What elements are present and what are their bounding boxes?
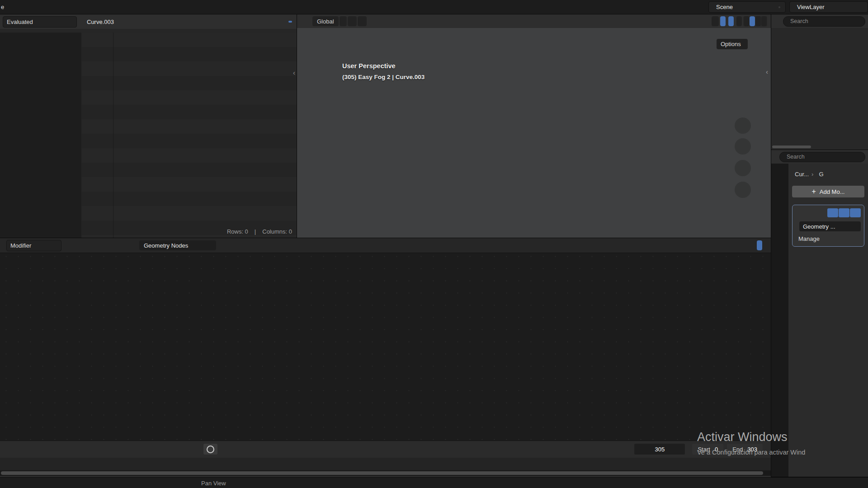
viewport-header: Global — [297, 14, 771, 28]
add-modifier-button[interactable]: +Add Mo... — [792, 186, 864, 197]
timeline-scrollbar[interactable] — [0, 470, 771, 476]
menu-file-partial[interactable]: e — [0, 0, 5, 14]
panel-collapse-arrow[interactable]: ‹ — [293, 69, 295, 76]
frame-end-field[interactable]: End303 — [727, 444, 763, 455]
snap-pivot-dropdown[interactable] — [340, 16, 347, 26]
node-tree-name[interactable]: Geometry Nodes — [139, 240, 216, 250]
current-frame-field[interactable]: 305 — [634, 444, 685, 455]
node-mode-dropdown[interactable]: Modifier — [6, 240, 61, 251]
viewlayer-name: ViewLayer — [797, 4, 865, 10]
gizmos-toggle[interactable] — [720, 16, 726, 26]
orientation-dropdown[interactable]: Global — [312, 16, 339, 26]
frame-start-field[interactable]: Start0 — [692, 444, 723, 455]
outliner — [771, 14, 868, 150]
shading-solid[interactable] — [750, 16, 755, 26]
proportional-edit-dropdown[interactable] — [358, 16, 367, 26]
overlays-toggle[interactable] — [728, 16, 734, 26]
modifier-nodetree-name[interactable]: Geometry ... — [799, 221, 861, 231]
timeline-header: 305 Start0 End303 — [0, 441, 771, 457]
shading-wireframe[interactable] — [744, 16, 749, 26]
toggle-render-display[interactable] — [850, 208, 861, 217]
xray-toggle[interactable] — [736, 16, 742, 26]
viewport-overlay-text: User Perspective (305) Easy Fog 2 | Curv… — [342, 62, 425, 80]
properties-editor: Cur... › G +Add Mo... — [771, 150, 868, 477]
properties-breadcrumb: Cur... › G — [792, 171, 864, 178]
snapping-dropdown[interactable] — [348, 16, 357, 26]
timeline-editor: 305 Start0 End303 — [0, 441, 771, 477]
outliner-header — [771, 14, 868, 28]
camera-view-button[interactable] — [735, 160, 751, 176]
scene-name: Scene — [716, 4, 774, 10]
spreadsheet-header: Evaluated Curve.003 — [0, 14, 297, 29]
topbar-right: Scene ViewLayer — [708, 1, 868, 13]
status-hint: Pan View — [201, 480, 226, 487]
spreadsheet-domain-list — [0, 33, 81, 238]
geometry-node-editor: Modifier Geometry Nodes — [0, 238, 771, 441]
topbar: e Scene ViewLayer — [0, 0, 868, 14]
zoom-button[interactable] — [735, 117, 751, 134]
spreadsheet-footer: Rows: 0 | Columns: 0 — [227, 228, 292, 235]
node-editor-header: Modifier Geometry Nodes — [0, 238, 771, 253]
manage-section[interactable]: Manage — [796, 235, 861, 242]
toggle-realtime-display[interactable] — [839, 208, 849, 217]
navigation-gizmo[interactable] — [699, 46, 763, 114]
scene-selector[interactable]: Scene — [708, 1, 786, 13]
view-label: User Perspective — [342, 62, 425, 70]
spreadsheet-object-name: Curve.003 — [87, 19, 114, 25]
blender-window: e Scene ViewLayer Evaluated Curve.003 — [0, 0, 868, 488]
viewport-canvas[interactable]: User Perspective (305) Easy Fog 2 | Curv… — [297, 28, 771, 238]
outliner-scrollbar[interactable] — [772, 145, 811, 148]
spreadsheet-table — [82, 33, 297, 238]
viewport-3d: Global — [297, 14, 771, 238]
overlay-toggle[interactable] — [757, 240, 762, 250]
timeline-ruler[interactable] — [0, 458, 771, 470]
shading-rendered[interactable] — [761, 16, 767, 26]
column-divider — [113, 33, 113, 238]
auto-keying-button[interactable] — [203, 444, 217, 455]
viewlayer-selector[interactable]: ViewLayer — [789, 1, 868, 13]
active-object-label: (305) Easy Fog 2 | Curve.003 — [342, 74, 425, 80]
sidebar-collapse-arrow[interactable]: ‹ — [766, 68, 768, 75]
outliner-search[interactable] — [783, 16, 865, 27]
pan-hand-button[interactable] — [735, 138, 751, 155]
properties-tabs — [771, 164, 788, 477]
outliner-tree — [771, 30, 868, 145]
properties-body: Cur... › G +Add Mo... — [788, 164, 868, 477]
modifier-panel: Geometry ... Manage — [792, 205, 864, 247]
pivot-dropdown[interactable] — [712, 16, 719, 26]
properties-search[interactable] — [779, 152, 865, 162]
node-canvas[interactable] — [0, 238, 771, 441]
evaluated-dropdown[interactable]: Evaluated — [3, 16, 77, 28]
toggle-editmode-display[interactable] — [827, 208, 838, 217]
outliner-search-input[interactable] — [789, 18, 861, 25]
perspective-toggle-button[interactable] — [735, 182, 751, 198]
properties-header — [771, 150, 868, 164]
shading-material[interactable] — [755, 16, 761, 26]
status-bar: Pan View — [0, 477, 868, 488]
spreadsheet-editor: Evaluated Curve.003 Rows: 0 | Columns: 0… — [0, 14, 297, 238]
properties-search-input[interactable] — [786, 153, 861, 160]
